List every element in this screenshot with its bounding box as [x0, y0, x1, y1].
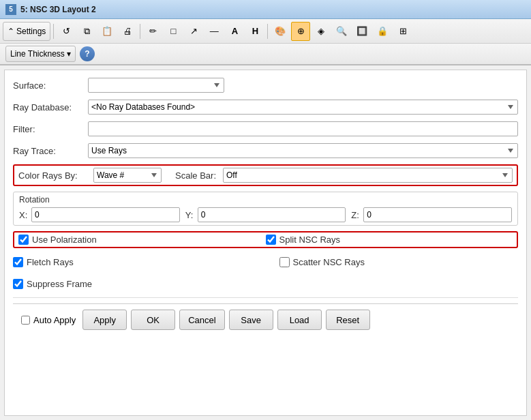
help-button[interactable]: ? [80, 46, 95, 61]
copy-button[interactable]: ⧉ [77, 22, 96, 41]
target-button[interactable]: ◈ [312, 22, 331, 41]
rotation-group-label: Rotation [19, 195, 512, 205]
fletch-rays-checkbox[interactable] [13, 257, 23, 267]
use-polarization-checkbox[interactable] [18, 235, 29, 245]
filter-input[interactable] [88, 121, 518, 136]
main-toolbar: ⌃ Settings ↺ ⧉ 📋 🖨 ✏ □ ↗ — A H 🎨 ⊕ ◈ 🔍 🔲… [0, 19, 531, 44]
apply-button[interactable]: Apply [82, 310, 127, 330]
surface-row: Surface: [13, 77, 518, 93]
auto-apply-checkbox[interactable] [21, 316, 30, 325]
surface-label: Surface: [13, 80, 88, 91]
color-button[interactable]: 🎨 [271, 22, 290, 41]
settings-button[interactable]: ⌃ Settings [3, 22, 50, 41]
scale-bar-select[interactable]: Off [223, 168, 513, 183]
window-title: 5: NSC 3D Layout 2 [20, 5, 96, 14]
header-button[interactable]: H [245, 22, 264, 41]
rotation-x-input[interactable] [31, 207, 180, 222]
use-polarization-label: Use Polarization [32, 235, 97, 245]
zoom-button[interactable]: 🔍 [332, 22, 351, 41]
line-thickness-button[interactable]: Line Thickness ▾ [5, 46, 76, 62]
rotation-z-input[interactable] [363, 207, 512, 222]
save-button[interactable]: Save [229, 310, 273, 330]
rotation-inputs-row: X: Y: Z: [19, 207, 512, 222]
rotation-x-label: X: [19, 210, 29, 220]
secondary-toolbar: Line Thickness ▾ ? [0, 44, 531, 65]
suppress-frame-group: Suppress Frame [13, 279, 518, 289]
split-nsc-rays-label: Split NSC Rays [279, 235, 341, 245]
grid-button[interactable]: ⊞ [393, 22, 412, 41]
rotation-z-label: Z: [351, 210, 361, 220]
ray-trace-select[interactable]: Use Rays [88, 143, 518, 158]
color-rays-by-select[interactable]: Wave # [93, 168, 162, 183]
clipboard-button[interactable]: 📋 [97, 22, 117, 41]
title-bar: 5 5: NSC 3D Layout 2 [0, 0, 531, 19]
ray-trace-label: Ray Trace: [13, 146, 88, 156]
rect-button[interactable]: □ [164, 22, 183, 41]
rotation-y-input[interactable] [198, 207, 346, 222]
photo-button[interactable]: 🔲 [352, 22, 371, 41]
rotation-y-group: Y: [185, 207, 346, 222]
line-thickness-dropdown-icon: ▾ [67, 49, 71, 59]
rotate-button[interactable]: ⊕ [291, 22, 310, 41]
settings-label: Settings [16, 27, 46, 36]
line-thickness-label: Line Thickness [10, 49, 65, 59]
scatter-nsc-rays-label: Scatter NSC Rays [293, 257, 365, 267]
filter-row: Filter: [13, 121, 518, 137]
toolbar-separator-1 [53, 24, 54, 39]
toolbar-separator-2 [140, 24, 140, 39]
settings-arrow-icon: ⌃ [7, 27, 14, 36]
line-button[interactable]: ↗ [184, 22, 203, 41]
color-rays-by-label: Color Rays By: [18, 170, 93, 181]
surface-select[interactable] [88, 78, 224, 93]
fletch-rays-row: Fletch Rays Scatter NSC Rays [13, 254, 518, 270]
rotation-y-label: Y: [185, 210, 195, 220]
settings-panel: Surface: Ray Database: <No Ray Databases… [4, 70, 527, 416]
ray-database-row: Ray Database: <No Ray Databases Found> [13, 99, 518, 115]
toolbar-separator-3 [267, 24, 268, 39]
ray-database-label: Ray Database: [13, 102, 88, 112]
suppress-frame-label: Suppress Frame [27, 279, 92, 289]
scatter-nsc-rays-group: Scatter NSC Rays [279, 257, 519, 267]
reset-button[interactable]: Reset [326, 310, 370, 330]
dash-button[interactable]: — [204, 22, 224, 41]
fletch-rays-group: Fletch Rays [13, 257, 252, 267]
divider [13, 297, 518, 298]
split-nsc-rays-group: Split NSC Rays [266, 235, 513, 245]
cancel-button[interactable]: Cancel [179, 310, 224, 330]
scale-bar-label: Scale Bar: [162, 170, 223, 181]
suppress-frame-row: Suppress Frame [13, 275, 518, 292]
polarization-row: Use Polarization Split NSC Rays [13, 231, 518, 248]
print-button[interactable]: 🖨 [118, 22, 137, 41]
auto-apply-label: Auto Apply [33, 315, 76, 325]
fletch-rays-label: Fletch Rays [27, 257, 74, 267]
auto-apply-group: Auto Apply [21, 315, 76, 325]
pen-button[interactable]: ✏ [143, 22, 162, 41]
bottom-bar: Auto Apply Apply OK Cancel Save Load Res… [13, 303, 518, 335]
load-button[interactable]: Load [277, 310, 322, 330]
refresh-button[interactable]: ↺ [57, 22, 76, 41]
scatter-nsc-rays-checkbox[interactable] [279, 257, 290, 267]
window-icon: 5 [5, 4, 16, 15]
filter-label: Filter: [13, 124, 88, 134]
color-rays-row: Color Rays By: Wave # Scale Bar: Off [13, 164, 518, 186]
suppress-frame-checkbox[interactable] [13, 279, 23, 289]
ray-trace-row: Ray Trace: Use Rays [13, 142, 518, 159]
rotation-group: Rotation X: Y: Z: [13, 192, 518, 226]
lock-button[interactable]: 🔒 [373, 22, 392, 41]
ray-database-select[interactable]: <No Ray Databases Found> [88, 100, 518, 115]
text-button[interactable]: A [225, 22, 244, 41]
rotation-x-group: X: [19, 207, 180, 222]
use-polarization-group: Use Polarization [18, 235, 266, 245]
split-nsc-rays-checkbox[interactable] [266, 235, 276, 245]
ok-button[interactable]: OK [131, 310, 175, 330]
rotation-z-group: Z: [351, 207, 512, 222]
help-icon: ? [85, 49, 89, 59]
